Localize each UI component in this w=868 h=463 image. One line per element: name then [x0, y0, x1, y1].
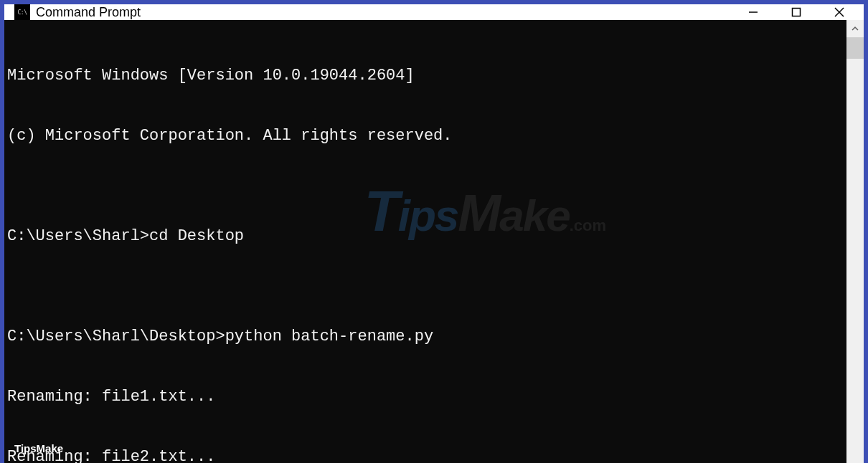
maximize-icon: [791, 7, 801, 17]
titlebar[interactable]: Command Prompt: [4, 4, 864, 20]
close-button[interactable]: [818, 4, 861, 20]
scroll-track[interactable]: [846, 37, 864, 463]
svg-rect-1: [793, 9, 801, 16]
cmd-icon: [14, 4, 30, 20]
maximize-button[interactable]: [775, 4, 818, 20]
terminal-line: Renaming: file1.txt...: [7, 387, 846, 407]
terminal-line: Renaming: file2.txt...: [7, 447, 846, 463]
terminal-line: (c) Microsoft Corporation. All rights re…: [7, 126, 846, 146]
minimize-icon: [748, 7, 758, 17]
scroll-thumb[interactable]: [846, 37, 864, 59]
close-icon: [834, 7, 844, 17]
command-prompt-window: Command Prompt Microsoft Windows [Versio…: [4, 4, 864, 437]
terminal-line: Microsoft Windows [Version 10.0.19044.26…: [7, 66, 846, 86]
scroll-up-button[interactable]: [846, 20, 864, 37]
window-title: Command Prompt: [36, 5, 732, 20]
chevron-up-icon: [852, 25, 859, 32]
terminal-line: C:\Users\Sharl>cd Desktop: [7, 226, 846, 247]
vertical-scrollbar[interactable]: [846, 20, 864, 463]
terminal-line: C:\Users\Sharl\Desktop>python batch-rena…: [7, 327, 846, 347]
terminal-content[interactable]: Microsoft Windows [Version 10.0.19044.26…: [4, 20, 846, 463]
window-controls: [732, 4, 861, 20]
minimize-button[interactable]: [732, 4, 775, 20]
terminal-area: Microsoft Windows [Version 10.0.19044.26…: [4, 20, 864, 463]
